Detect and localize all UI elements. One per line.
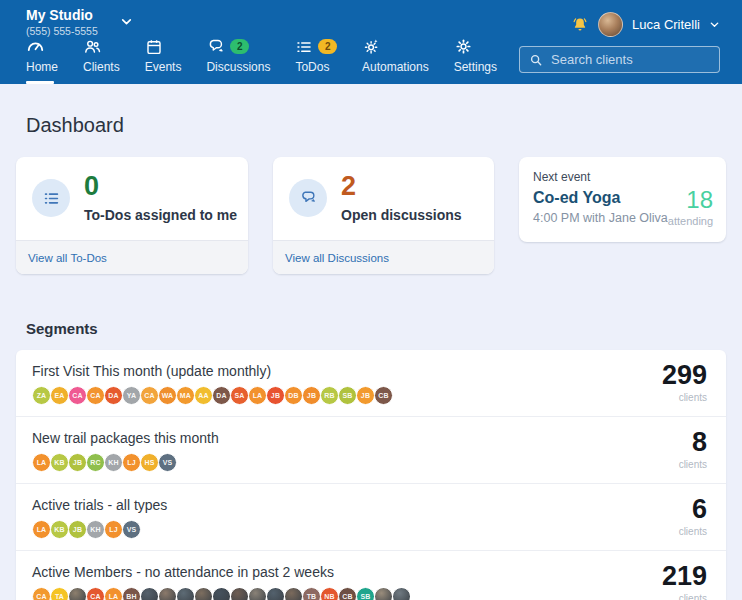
todos-summary-card: 0 To-Dos assigned to me View all To-Dos <box>16 157 248 274</box>
segment-title: Active trials - all types <box>32 497 606 513</box>
client-initials-avatar: KH <box>86 520 105 539</box>
nav-item-events[interactable]: Events <box>145 37 182 84</box>
client-photo-avatar <box>266 587 285 600</box>
page-title: Dashboard <box>26 114 716 137</box>
next-event-card[interactable]: Next event Co-ed Yoga 4:00 PM with Jane … <box>519 157 726 242</box>
nav-item-todos[interactable]: 2 ToDos <box>295 37 337 84</box>
next-event-subtitle: 4:00 PM with Jane Oliva <box>533 211 668 225</box>
client-initials-avatar: JB <box>266 386 285 405</box>
client-initials-avatar: SB <box>356 587 375 600</box>
client-photo-avatar <box>230 587 249 600</box>
todos-label: To-Dos assigned to me <box>84 207 237 223</box>
discussions-label: Open discussions <box>341 207 462 223</box>
client-initials-avatar: MA <box>176 386 195 405</box>
client-initials-avatar: SA <box>230 386 249 405</box>
client-initials-avatar: CA <box>140 386 159 405</box>
client-initials-avatar: LA <box>248 386 267 405</box>
gauge-icon <box>26 37 45 56</box>
user-avatar[interactable] <box>598 12 623 37</box>
segment-count-number: 219 <box>662 563 707 590</box>
client-initials-avatar: AA <box>194 386 213 405</box>
nav-item-home[interactable]: Home <box>26 37 58 84</box>
client-photo-avatar <box>158 587 177 600</box>
client-initials-avatar: KH <box>104 453 123 472</box>
next-event-title: Co-ed Yoga <box>533 189 668 207</box>
nav-label: ToDos <box>295 60 337 74</box>
client-initials-avatar: CA <box>68 386 87 405</box>
client-photo-avatar <box>140 587 159 600</box>
client-initials-avatar: DB <box>284 386 303 405</box>
todos-count: 0 <box>84 172 237 200</box>
client-initials-avatar: WA <box>158 386 177 405</box>
segment-row[interactable]: Active Members - no attendance in past 2… <box>16 551 726 600</box>
client-initials-avatar: RC <box>86 453 105 472</box>
nav-item-settings[interactable]: Settings <box>454 37 497 84</box>
client-photo-avatar <box>194 587 213 600</box>
segment-row[interactable]: New trail packages this monthLAKBJBRCKHL… <box>16 417 726 484</box>
segment-avatars: LAKBJBRCKHLJHSVS <box>32 453 606 472</box>
chat-bubbles-icon <box>289 179 327 217</box>
segment-row[interactable]: Active trials - all typesLAKBJBKHLJVS6cl… <box>16 484 726 551</box>
app-header: My Studio (555) 555-5555 Luca Critelli <box>0 0 742 84</box>
segment-count-label: clients <box>679 459 707 470</box>
client-initials-avatar: NB <box>320 587 339 600</box>
segments-list: First Visit This month (update monthly)Z… <box>16 350 726 600</box>
studio-switcher[interactable]: My Studio (555) 555-5555 <box>26 7 133 37</box>
search-icon <box>529 53 543 67</box>
client-initials-avatar: LJ <box>104 520 123 539</box>
segment-title: Active Members - no attendance in past 2… <box>32 564 606 580</box>
nav-label: Events <box>145 60 182 74</box>
segment-count-number: 8 <box>679 429 707 456</box>
client-initials-avatar: YA <box>122 386 141 405</box>
client-photo-avatar <box>248 587 267 600</box>
nav-label: Settings <box>454 60 497 74</box>
segment-count-label: clients <box>662 392 707 403</box>
automation-gear-icon <box>362 37 381 56</box>
main-nav: Home Clients Events 2 <box>26 37 497 84</box>
nav-label: Discussions <box>206 60 270 74</box>
client-initials-avatar: JB <box>356 386 375 405</box>
segment-count-number: 299 <box>662 362 707 389</box>
calendar-icon <box>145 38 163 56</box>
nav-label: Automations <box>362 60 429 74</box>
client-photo-avatar <box>374 587 393 600</box>
user-menu[interactable]: Luca Critelli <box>571 12 720 37</box>
search-box[interactable] <box>519 46 720 73</box>
client-initials-avatar: DA <box>104 386 123 405</box>
nav-item-discussions[interactable]: 2 Discussions <box>206 37 270 84</box>
bell-icon[interactable] <box>571 16 589 34</box>
client-initials-avatar: CB <box>338 587 357 600</box>
studio-name: My Studio <box>26 7 98 25</box>
discussions-count: 2 <box>341 172 462 200</box>
chevron-down-icon <box>709 19 720 30</box>
view-all-discussions-link[interactable]: View all Discussions <box>285 252 389 264</box>
client-initials-avatar: EA <box>50 386 69 405</box>
client-initials-avatar: SB <box>338 386 357 405</box>
client-initials-avatar: JB <box>302 386 321 405</box>
segment-row[interactable]: First Visit This month (update monthly)Z… <box>16 350 726 417</box>
client-initials-avatar: JB <box>68 453 87 472</box>
search-input[interactable] <box>551 52 727 67</box>
list-icon <box>295 38 313 56</box>
discussions-card-footer: View all Discussions <box>273 240 494 274</box>
client-initials-avatar: LA <box>32 520 51 539</box>
client-initials-avatar: VS <box>122 520 141 539</box>
client-photo-avatar <box>176 587 195 600</box>
todos-badge: 2 <box>318 39 337 54</box>
client-initials-avatar: DA <box>212 386 231 405</box>
segment-count-label: clients <box>679 526 707 537</box>
segment-count: 299clients <box>662 362 707 403</box>
segment-avatars: LAKBJBKHLJVS <box>32 520 606 539</box>
client-initials-avatar: KB <box>50 453 69 472</box>
nav-item-automations[interactable]: Automations <box>362 37 429 84</box>
nav-label: Home <box>26 60 58 74</box>
chevron-down-icon <box>120 15 133 28</box>
segment-count: 8clients <box>679 429 707 470</box>
segment-count: 6clients <box>679 496 707 537</box>
view-all-todos-link[interactable]: View all To-Dos <box>28 252 107 264</box>
segment-count-number: 6 <box>679 496 707 523</box>
segment-title: First Visit This month (update monthly) <box>32 363 606 379</box>
nav-item-clients[interactable]: Clients <box>83 37 120 84</box>
client-initials-avatar: RB <box>320 386 339 405</box>
attending-label: attending <box>668 215 713 227</box>
